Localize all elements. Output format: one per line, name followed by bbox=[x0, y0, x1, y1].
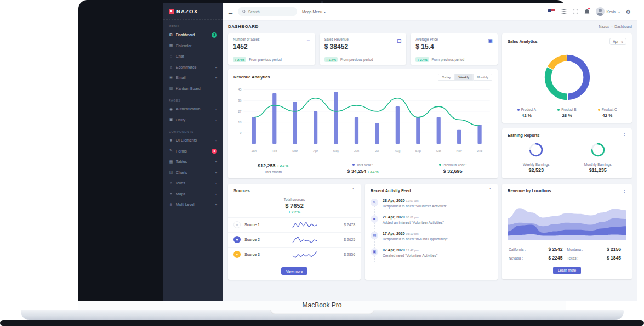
envelope-icon: ✉ bbox=[169, 76, 173, 80]
sidebar-item-multi-level[interactable]: ⋔ Multi Level ▾ bbox=[163, 199, 223, 210]
notifications-bell-icon[interactable] bbox=[584, 9, 590, 15]
panel-title: Recent Activity Feed bbox=[371, 188, 411, 193]
chevron-down-icon: ▾ bbox=[324, 10, 326, 14]
source-sparkline bbox=[269, 250, 340, 259]
panel-title: Revenue by Locations bbox=[508, 188, 551, 193]
location-stat: Nevada : $ 2245 bbox=[509, 255, 567, 261]
sidebar-item-chat[interactable]: ◌ Chat bbox=[163, 51, 223, 62]
topbar: ☰ Mega Menu ▾ bbox=[223, 3, 637, 20]
view-more-button[interactable]: View more bbox=[281, 267, 308, 275]
sidebar-item-authentication[interactable]: ◉ Authentication ▾ bbox=[163, 104, 223, 115]
kebab-menu-icon[interactable]: ⋮ bbox=[622, 133, 626, 138]
legend-product-a: Product A 42 % bbox=[506, 108, 547, 118]
brand-logo[interactable]: NAZOX bbox=[163, 3, 223, 20]
sidebar-item-label: Tables bbox=[176, 160, 187, 164]
settings-gear-icon[interactable]: ⚙ bbox=[626, 9, 631, 15]
svg-text:18: 18 bbox=[238, 121, 241, 124]
brand-logo-icon bbox=[169, 9, 174, 14]
sidebar-item-label: UI Elements bbox=[176, 138, 197, 142]
sidebar-item-utility[interactable]: ▣ Utility ▾ bbox=[163, 115, 223, 126]
location-stat: Montana : $ 2156 bbox=[567, 246, 626, 252]
sidebar-item-label: Ecommerce bbox=[176, 65, 196, 69]
sidebar-item-label: Forms bbox=[176, 149, 187, 153]
sidebar-item-tables[interactable]: ▦ Tables ▾ bbox=[163, 156, 223, 167]
legend-product-b: Product B 26 % bbox=[547, 108, 588, 118]
chevron-down-icon: ▾ bbox=[215, 160, 217, 164]
kebab-menu-icon[interactable]: ⋮ bbox=[622, 189, 626, 193]
sidebar-item-ecommerce[interactable]: ⌂ Ecommerce ▾ bbox=[163, 62, 223, 73]
sources-panel: Sources ⋮ Total sources $ 7652 + 2.2 % bbox=[228, 184, 361, 280]
calendar-icon: ▦ bbox=[169, 43, 173, 48]
source-row: ❖ Source 2 $ 2625 bbox=[228, 232, 361, 247]
sidebar-section-pages: PAGES bbox=[169, 99, 217, 102]
sidebar-item-kanban-board[interactable]: ▥ Kanban Board bbox=[163, 83, 223, 94]
source-sparkline bbox=[269, 221, 340, 229]
chevron-down-icon: ▾ bbox=[215, 171, 217, 175]
sidebar-item-email[interactable]: ✉ Email ▾ bbox=[163, 72, 223, 83]
device-label: MacBook Pro bbox=[78, 301, 566, 310]
pencil-icon: ✎ bbox=[169, 149, 173, 153]
avatar bbox=[596, 7, 605, 16]
breadcrumb-root[interactable]: Nazox bbox=[599, 25, 609, 29]
svg-text:Apr: Apr bbox=[313, 149, 318, 153]
range-button-weekly[interactable]: Weekly bbox=[454, 74, 473, 81]
laptop-screen: NAZOX MENU ⊞ Dashboard 3 ▦ Calendar ◌ Ch… bbox=[78, 0, 566, 301]
sidebar-item-icons[interactable]: ○ Icons ▾ bbox=[163, 178, 223, 189]
language-flag-icon[interactable] bbox=[548, 9, 555, 14]
stat-label: Average Price bbox=[415, 37, 493, 41]
utility-icon: ▣ bbox=[169, 117, 173, 122]
sidebar-item-calendar[interactable]: ▦ Calendar bbox=[163, 41, 223, 52]
source-row: ✦ Source 3 $ 2856 bbox=[228, 247, 361, 262]
chevron-down-icon: ▾ bbox=[215, 76, 217, 80]
panel-title: Earning Reports bbox=[508, 133, 539, 138]
sidebar-item-label: Utility bbox=[176, 118, 185, 122]
svg-text:27: 27 bbox=[238, 110, 241, 113]
chevron-down-icon: ▾ bbox=[215, 181, 217, 185]
range-button-monthly[interactable]: Monthly bbox=[473, 74, 492, 81]
mega-menu-button[interactable]: Mega Menu ▾ bbox=[302, 10, 326, 14]
user-menu[interactable]: Kevin ▾ bbox=[596, 7, 620, 16]
apps-grid-icon[interactable] bbox=[561, 9, 567, 14]
svg-text:Sep: Sep bbox=[415, 149, 421, 153]
kebab-menu-icon[interactable]: ⋮ bbox=[488, 188, 492, 193]
svg-text:Feb: Feb bbox=[272, 149, 277, 153]
revenue-analytics-chart: 918273645JanFebMarAprMayJunJulAugSepOctN… bbox=[228, 84, 498, 156]
source-icon: ❖ bbox=[233, 236, 241, 243]
briefcase-icon: ▣ bbox=[488, 38, 493, 44]
source-icon: ✦ bbox=[233, 251, 241, 258]
sidebar-item-forms[interactable]: ✎ Forms 8 bbox=[163, 146, 223, 157]
chevron-down-icon: ▾ bbox=[215, 138, 217, 142]
dashboard-app: NAZOX MENU ⊞ Dashboard 3 ▦ Calendar ◌ Ch… bbox=[163, 3, 637, 301]
sidebar-item-label: Icons bbox=[176, 181, 185, 185]
sidebar-item-label: Calendar bbox=[176, 44, 191, 48]
svg-text:Jun: Jun bbox=[354, 149, 359, 153]
stat-card-average-price: Average Price $ 15.4 ▣ + 2.4% From previ… bbox=[411, 33, 498, 65]
menu-toggle-icon[interactable]: ☰ bbox=[228, 9, 233, 15]
fullscreen-icon[interactable] bbox=[573, 9, 578, 14]
svg-text:Dec: Dec bbox=[477, 149, 482, 153]
sidebar-item-maps[interactable]: ⌖ Maps ▾ bbox=[163, 189, 223, 200]
month-select[interactable]: Apr ⇅ bbox=[609, 38, 626, 45]
kebab-menu-icon[interactable]: ⋮ bbox=[351, 188, 355, 193]
sidebar-item-dashboard[interactable]: ⊞ Dashboard 3 bbox=[163, 30, 223, 41]
stat-value: $ 15.4 bbox=[415, 43, 493, 50]
recent-activity-panel: Recent Activity Feed ⋮ ✎ 28 Apr bbox=[365, 184, 498, 280]
range-button-today[interactable]: Today bbox=[438, 74, 454, 81]
sidebar-item-charts[interactable]: ◫ Charts ▾ bbox=[163, 167, 223, 178]
learn-more-button[interactable]: Learn more bbox=[553, 267, 581, 274]
revenue-by-locations-panel: Revenue by Locations ⋮ California : $ 25… bbox=[502, 184, 632, 279]
search-input[interactable] bbox=[248, 10, 292, 14]
activity-item: ☻ 21 Apr, 202008:01 pm Added an interest… bbox=[371, 215, 492, 224]
sidebar-item-label: Maps bbox=[176, 192, 185, 196]
panel-title: Sources bbox=[233, 188, 250, 193]
source-icon: ❋ bbox=[233, 221, 241, 228]
sidebar-item-ui-elements[interactable]: ❖ UI Elements ▾ bbox=[163, 135, 223, 146]
legend-dot bbox=[517, 109, 520, 111]
activity-item: ✎ 28 Apr, 202012:07 am Responded to need… bbox=[371, 199, 492, 208]
monthly-earnings: Monthly Earnings $11,235 bbox=[567, 142, 629, 173]
breadcrumb: Nazox › Dashboard bbox=[599, 25, 632, 29]
search-box[interactable] bbox=[238, 7, 297, 16]
dashboard-badge: 3 bbox=[212, 32, 217, 38]
svg-text:Oct: Oct bbox=[436, 149, 441, 153]
sidebar-section-menu: MENU bbox=[169, 25, 217, 28]
